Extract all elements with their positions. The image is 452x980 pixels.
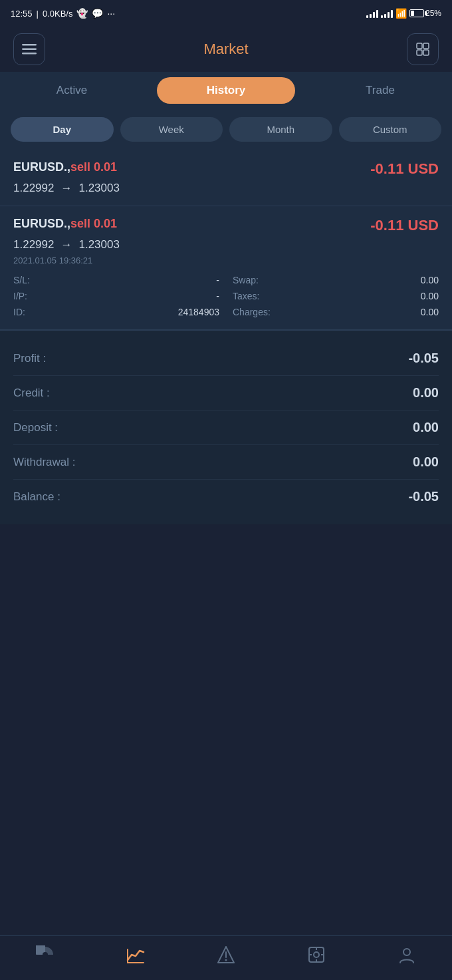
tab-active[interactable]: Active	[3, 77, 141, 104]
time: 12:55	[11, 9, 33, 19]
filter-week[interactable]: Week	[120, 117, 223, 142]
nav-profile[interactable]	[397, 945, 416, 967]
whatsapp-icon: 💬	[92, 8, 103, 19]
profile-icon	[397, 945, 416, 967]
trade-header-1: EURUSD.,sell 0.01 -0.11 USD	[13, 160, 439, 178]
battery-fill	[411, 11, 414, 16]
svg-point-14	[314, 952, 319, 957]
arrow-icon-2: →	[60, 238, 72, 251]
svg-point-7	[43, 952, 48, 957]
summary-withdrawal: Withdrawal : 0.00	[13, 445, 439, 480]
trade-icon	[217, 945, 235, 967]
detail-swap: Swap: 0.00	[226, 275, 439, 285]
portfolio-icon	[36, 945, 55, 967]
bar2	[384, 14, 386, 18]
bar1	[366, 15, 368, 18]
filter-custom[interactable]: Custom	[339, 117, 442, 142]
nav-settings[interactable]	[307, 945, 326, 967]
nav-trade[interactable]	[217, 945, 235, 967]
bar3	[388, 12, 390, 18]
svg-point-19	[403, 949, 410, 955]
bar3	[373, 12, 375, 18]
svg-rect-2	[22, 53, 37, 55]
more-icon: ···	[107, 8, 115, 19]
bar1	[381, 15, 383, 18]
signal-bars-2	[381, 9, 393, 18]
trade-pair-1: EURUSD.,sell 0.01	[13, 160, 117, 174]
summary-deposit: Deposit : 0.00	[13, 410, 439, 445]
svg-rect-4	[423, 43, 429, 49]
trade-pnl-1: -0.11 USD	[370, 160, 439, 178]
filter-day[interactable]: Day	[11, 117, 114, 142]
detail-taxes: Taxes: 0.00	[226, 291, 439, 301]
chart-icon	[126, 945, 145, 967]
tab-trade[interactable]: Trade	[311, 77, 449, 104]
status-left: 12:55 | 0.0KB/s 👻 💬 ···	[11, 8, 115, 19]
bar4	[391, 10, 393, 18]
summary-balance: Balance : -0.05	[13, 480, 439, 514]
detail-charges: Charges: 0.00	[226, 307, 439, 317]
svg-rect-5	[417, 50, 422, 55]
trade-pnl-2: -0.11 USD	[370, 217, 439, 234]
summary-credit: Credit : 0.00	[13, 376, 439, 410]
network-indicator: 0.0KB/s	[43, 9, 73, 19]
nav-chart[interactable]	[126, 945, 145, 967]
trade-details-grid: S/L: - Swap: 0.00 I/P: - Taxes: 0.00 ID:…	[13, 275, 439, 317]
arrow-icon: →	[60, 182, 72, 195]
battery: 25%	[409, 9, 441, 18]
detail-ip: I/P: -	[13, 291, 226, 301]
settings-icon	[307, 945, 326, 967]
tab-history[interactable]: History	[157, 77, 295, 104]
menu-button[interactable]	[13, 33, 45, 65]
bottom-spacer	[0, 524, 452, 644]
svg-rect-6	[423, 50, 429, 55]
nav-portfolio[interactable]	[36, 945, 55, 967]
network-speed: |	[37, 9, 39, 19]
header: Market	[0, 27, 452, 72]
summary-profit: Profit : -0.05	[13, 341, 439, 376]
trade-card-1[interactable]: EURUSD.,sell 0.01 -0.11 USD 1.22992 → 1.…	[0, 150, 452, 206]
menu-icon	[22, 44, 37, 55]
wifi-icon: 📶	[396, 8, 407, 19]
battery-icon	[409, 9, 424, 17]
trade-card-2[interactable]: EURUSD.,sell 0.01 -0.11 USD 1.22992 → 1.…	[0, 206, 452, 330]
trade-pair-2: EURUSD.,sell 0.01	[13, 217, 117, 231]
status-bar: 12:55 | 0.0KB/s 👻 💬 ··· 📶 25%	[0, 0, 452, 27]
trade-date: 2021.01.05 19:36:21	[13, 255, 439, 265]
detail-sl: S/L: -	[13, 275, 226, 285]
summary-section: Profit : -0.05 Credit : 0.00 Deposit : 0…	[0, 330, 452, 524]
snapchat-icon: 👻	[76, 8, 88, 19]
notification-icon	[415, 42, 430, 57]
bar4	[376, 10, 378, 18]
battery-percent: 25%	[425, 9, 441, 18]
svg-rect-3	[417, 43, 422, 49]
bar2	[370, 14, 372, 18]
svg-rect-1	[22, 49, 37, 51]
filter-month[interactable]: Month	[229, 117, 332, 142]
signal-bars-1	[366, 9, 378, 18]
status-right: 📶 25%	[366, 8, 441, 19]
trade-prices-1: 1.22992 → 1.23003	[13, 182, 439, 195]
page-title: Market	[203, 41, 248, 58]
svg-rect-0	[22, 44, 37, 46]
bottom-nav	[0, 935, 452, 980]
filter-row: Day Week Month Custom	[0, 109, 452, 150]
trade-header-2: EURUSD.,sell 0.01 -0.11 USD	[13, 217, 439, 234]
trade-prices-2: 1.22992 → 1.23003	[13, 238, 439, 251]
detail-id: ID: 24184903	[13, 307, 226, 317]
svg-point-12	[225, 959, 227, 961]
notification-button[interactable]	[407, 33, 439, 65]
main-tabs: Active History Trade	[0, 72, 452, 109]
